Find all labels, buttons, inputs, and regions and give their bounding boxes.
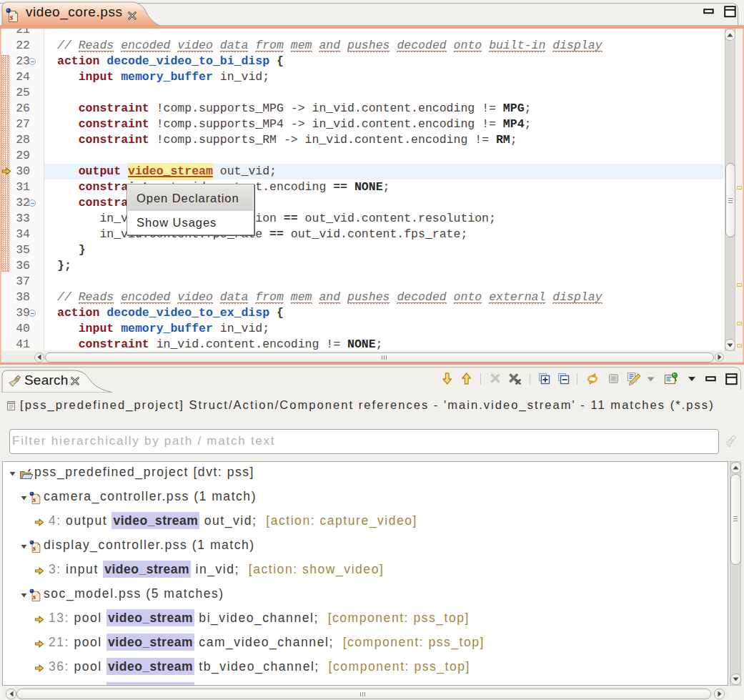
- svg-text:s: s: [32, 592, 36, 601]
- svg-text:s: s: [32, 495, 36, 503]
- svg-text:s: s: [32, 543, 36, 552]
- svg-text:s: s: [9, 12, 14, 22]
